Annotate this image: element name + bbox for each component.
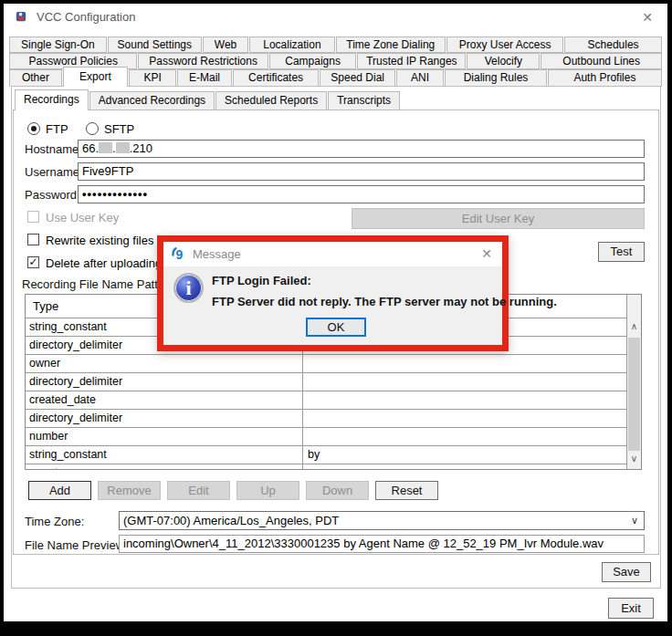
table-row[interactable]: owner — [26, 355, 626, 373]
dialog-message-title: FTP Login Failed: — [212, 274, 311, 287]
username-input[interactable]: Five9FTP — [78, 162, 645, 181]
tab-advanced-recordings[interactable]: Advanced Recordings — [89, 91, 215, 110]
timezone-value: (GMT-07:00) America/Los_Angeles, PDT — [123, 514, 339, 527]
recording-pattern-label: Recording File Name Pattern: — [22, 277, 178, 291]
file-name-preview-label: File Name Preview: — [25, 538, 128, 552]
export-inner-tabs: Recordings Advanced Recordings Scheduled… — [15, 91, 401, 110]
timezone-select[interactable]: (GMT-07:00) America/Los_Angeles, PDT ∨ — [119, 511, 645, 530]
redaction-box — [116, 142, 130, 153]
remove-button[interactable]: Remove — [98, 481, 161, 500]
table-row[interactable]: number — [26, 428, 626, 446]
cell-value — [303, 355, 626, 372]
cell-value — [303, 464, 626, 469]
app-icon — [15, 10, 28, 24]
cell-value — [303, 410, 626, 427]
cell-value — [303, 428, 626, 445]
vcc-configuration-window: VCC Configuration ✕ Single Sign-On Sound… — [4, 4, 667, 621]
table-row[interactable]: created_date — [26, 391, 626, 410]
dialog-close-icon[interactable]: ✕ — [478, 245, 495, 262]
use-user-key-checkbox[interactable] — [27, 211, 39, 223]
cell-type: owner — [26, 355, 303, 372]
tab-proxy-user-access[interactable]: Proxy User Access — [446, 36, 563, 53]
tab-trusted-ip-ranges[interactable]: Trusted IP Ranges — [357, 53, 466, 69]
title-bar: VCC Configuration ✕ — [4, 4, 667, 31]
up-button[interactable]: Up — [236, 481, 299, 500]
cell-value — [303, 373, 626, 391]
table-row[interactable]: directory_delimiter — [26, 373, 626, 391]
cell-value — [303, 391, 626, 409]
sftp-radio-label: SFTP — [104, 122, 134, 136]
tab-scheduled-reports[interactable]: Scheduled Reports — [215, 91, 327, 110]
reset-button[interactable]: Reset — [375, 481, 438, 500]
tab-recordings[interactable]: Recordings — [15, 89, 89, 110]
hostname-part3: .210 — [130, 141, 152, 155]
file-name-preview-value: incoming\Owner\4_11_2012\3330001235 by A… — [119, 535, 645, 553]
tab-ani[interactable]: ANI — [396, 69, 444, 87]
exit-button[interactable]: Exit — [608, 598, 654, 619]
tab-kpi[interactable]: KPI — [129, 69, 176, 87]
delete-after-uploading-checkbox[interactable]: ✓ — [27, 256, 39, 268]
tab-outbound-lines[interactable]: Outbound Lines — [541, 53, 662, 69]
tab-other[interactable]: Other — [9, 69, 62, 87]
tab-password-restrictions[interactable]: Password Restrictions — [138, 53, 268, 69]
down-button[interactable]: Down — [306, 481, 369, 500]
use-user-key-label: Use User Key — [46, 211, 119, 224]
tab-velocify[interactable]: Velocify — [467, 53, 540, 69]
hostname-label: Hostname: — [25, 142, 82, 156]
dialog-title: Message — [193, 247, 241, 261]
rewrite-existing-files-checkbox[interactable] — [27, 234, 39, 245]
window-title: VCC Configuration — [37, 10, 135, 24]
dialog-title-bar[interactable]: 9 Message ✕ — [163, 242, 502, 266]
tab-transcripts[interactable]: Transcripts — [328, 91, 400, 110]
save-button[interactable]: Save — [602, 562, 651, 582]
edit-user-key-button[interactable]: Edit User Key — [352, 208, 645, 229]
scrollbar-thumb[interactable] — [628, 338, 640, 451]
tab-localization[interactable]: Localization — [249, 36, 334, 53]
tab-schedules[interactable]: Schedules — [564, 36, 662, 53]
scroll-up-icon[interactable]: ∧ — [627, 319, 641, 334]
dialog-message-text: FTP Server did not reply. The FTP server… — [212, 295, 557, 308]
add-button[interactable]: Add — [28, 481, 91, 500]
ftp-radio-label: FTP — [46, 122, 68, 136]
scroll-down-icon[interactable]: ∨ — [627, 452, 641, 466]
ok-button[interactable]: OK — [306, 318, 366, 337]
table-scrollbar[interactable]: ∧ ∨ — [626, 295, 641, 469]
table-row[interactable]: directory_delimiter — [26, 410, 626, 428]
window-close-icon[interactable]: ✕ — [638, 8, 656, 26]
tab-campaigns[interactable]: Campaigns — [269, 53, 357, 69]
cell-type: created_date — [26, 391, 303, 409]
svg-text:9: 9 — [176, 247, 184, 262]
tab-certificates[interactable]: Certificates — [233, 69, 319, 87]
hostname-input[interactable]: 66...210 — [78, 140, 645, 158]
cell-type: agent_name — [26, 464, 303, 469]
tab-time-zone-dialing[interactable]: Time Zone Dialing — [336, 36, 446, 53]
hostname-part1: 66. — [82, 141, 99, 155]
rewrite-existing-files-label: Rewrite existing files — [46, 234, 154, 247]
cell-type: directory_delimiter — [26, 410, 303, 427]
table-row[interactable]: agent_name — [26, 464, 626, 469]
tab-speed-dial[interactable]: Speed Dial — [320, 69, 395, 87]
password-input[interactable]: ••••••••••••• — [78, 185, 645, 203]
chevron-down-icon: ∨ — [631, 512, 638, 529]
tab-single-sign-on[interactable]: Single Sign-On — [9, 36, 107, 53]
table-row[interactable]: string_constantby — [26, 446, 626, 464]
sftp-radio[interactable] — [86, 122, 99, 135]
timezone-label: Time Zone: — [25, 515, 84, 528]
five9-logo-icon: 9 — [171, 245, 188, 263]
delete-after-uploading-label: Delete after uploading — [46, 256, 162, 270]
tab-export[interactable]: Export — [63, 67, 128, 87]
redaction-box — [99, 142, 112, 153]
tab-sound-settings[interactable]: Sound Settings — [108, 36, 202, 53]
tab-email[interactable]: E-Mail — [177, 69, 232, 87]
tab-auth-profiles[interactable]: Auth Profiles — [548, 69, 662, 87]
cell-value: by — [303, 446, 626, 464]
tab-row-3: Other Export KPI E-Mail Certificates Spe… — [9, 69, 663, 87]
cell-type: number — [26, 428, 303, 445]
edit-button[interactable]: Edit — [167, 481, 230, 500]
test-button[interactable]: Test — [598, 242, 645, 262]
username-label: Username: — [25, 165, 83, 179]
dialog-body: i FTP Login Failed: FTP Server did not r… — [163, 266, 502, 345]
ftp-radio[interactable] — [27, 122, 40, 135]
tab-web[interactable]: Web — [203, 36, 249, 53]
tab-dialing-rules[interactable]: Dialing Rules — [445, 69, 547, 87]
